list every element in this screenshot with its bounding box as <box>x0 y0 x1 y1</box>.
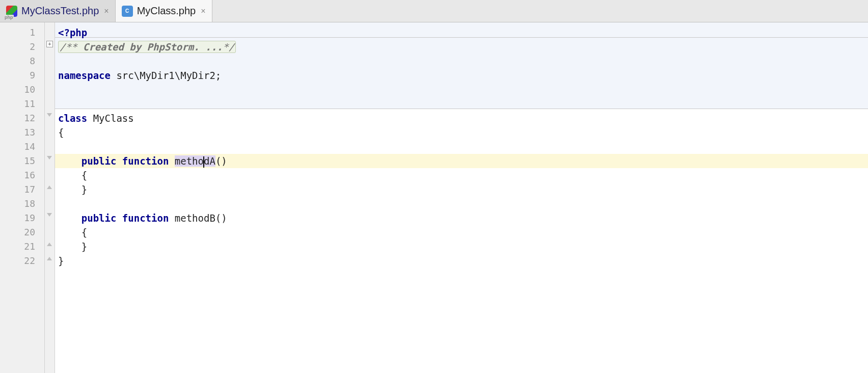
line-number: 20 <box>0 225 44 239</box>
code-line-active[interactable]: public function methodA() <box>55 154 868 168</box>
line-number: 8 <box>0 54 44 68</box>
line-number: 9 <box>0 68 44 83</box>
tab-myclasstest[interactable]: MyClassTest.php × <box>0 0 116 22</box>
code-line[interactable]: } <box>55 239 868 254</box>
code-line[interactable]: { <box>55 168 868 182</box>
tab-myclass[interactable]: C MyClass.php × <box>116 0 212 22</box>
line-number: 16 <box>0 168 44 182</box>
keyword-function: function <box>116 212 174 224</box>
fold-collapse-icon[interactable] <box>47 213 52 217</box>
line-number: 1 <box>0 25 44 40</box>
code-line[interactable]: { <box>55 225 868 239</box>
brace: } <box>58 241 87 252</box>
code-line[interactable] <box>55 140 868 154</box>
line-number: 18 <box>0 197 44 211</box>
line-number: 15 <box>0 154 44 168</box>
line-number-gutter: 1 2 8 9 10 11 12 13 14 15 16 17 18 19 20… <box>0 22 45 373</box>
line-number: 12 <box>0 111 44 125</box>
line-number: 21 <box>0 239 44 254</box>
brace: { <box>58 127 64 138</box>
code-editor[interactable]: 1 2 8 9 10 11 12 13 14 15 16 17 18 19 20… <box>0 22 868 373</box>
keyword-class: class <box>58 113 87 124</box>
tab-label: MyClass.php <box>137 5 196 17</box>
method-name: methodB() <box>175 212 227 224</box>
code-line[interactable]: /** Created by PhpStorm. ...*/ <box>55 40 868 54</box>
fold-collapse-icon[interactable] <box>47 113 52 117</box>
code-line[interactable]: class MyClass <box>55 111 868 125</box>
namespace-path: src\MyDir1\MyDir2; <box>111 70 221 81</box>
doc-comment: /** Created by PhpStorm. ...*/ <box>58 41 236 53</box>
keyword-namespace: namespace <box>58 70 111 81</box>
paren: () <box>215 155 227 167</box>
fold-gutter: + <box>45 22 55 373</box>
class-icon: C <box>122 6 133 17</box>
brace: } <box>58 184 87 195</box>
fold-expand-icon[interactable]: + <box>46 41 53 47</box>
line-number: 22 <box>0 254 44 268</box>
code-line[interactable] <box>55 197 868 211</box>
close-icon[interactable]: × <box>103 7 110 16</box>
fold-collapse-icon[interactable] <box>47 156 52 159</box>
code-line[interactable]: public function methodB() <box>55 211 868 225</box>
code-line[interactable] <box>55 54 868 68</box>
method-name: methodA <box>175 155 215 167</box>
close-icon[interactable]: × <box>200 7 206 16</box>
line-number: 13 <box>0 125 44 140</box>
code-line[interactable]: <?php <box>55 25 868 40</box>
brace: } <box>58 255 64 267</box>
code-area[interactable]: <?php /** Created by PhpStorm. ...*/ nam… <box>55 22 868 373</box>
code-line[interactable]: } <box>55 254 868 268</box>
tab-label: MyClassTest.php <box>21 5 99 17</box>
line-number: 2 <box>0 40 44 54</box>
brace: { <box>58 170 87 181</box>
fold-end-icon[interactable] <box>47 243 52 246</box>
code-line[interactable] <box>55 83 868 97</box>
code-line[interactable] <box>55 97 868 111</box>
fold-end-icon[interactable] <box>47 257 52 260</box>
code-line[interactable]: } <box>55 182 868 197</box>
editor-tab-bar: MyClassTest.php × C MyClass.php × <box>0 0 868 22</box>
code-line[interactable]: { <box>55 125 868 140</box>
line-number: 14 <box>0 140 44 154</box>
brace: { <box>58 227 87 238</box>
code-line[interactable]: namespace src\MyDir1\MyDir2; <box>55 68 868 83</box>
line-number: 10 <box>0 83 44 97</box>
php-test-icon <box>6 6 17 17</box>
fold-end-icon[interactable] <box>47 185 52 189</box>
line-number: 11 <box>0 97 44 111</box>
keyword-function: function <box>116 155 174 167</box>
php-open-tag: <?php <box>58 27 87 38</box>
line-number: 17 <box>0 182 44 197</box>
keyword-public: public <box>82 212 117 224</box>
text-caret <box>203 156 204 168</box>
keyword-public: public <box>82 155 117 167</box>
line-number: 19 <box>0 211 44 225</box>
class-name: MyClass <box>87 113 134 124</box>
